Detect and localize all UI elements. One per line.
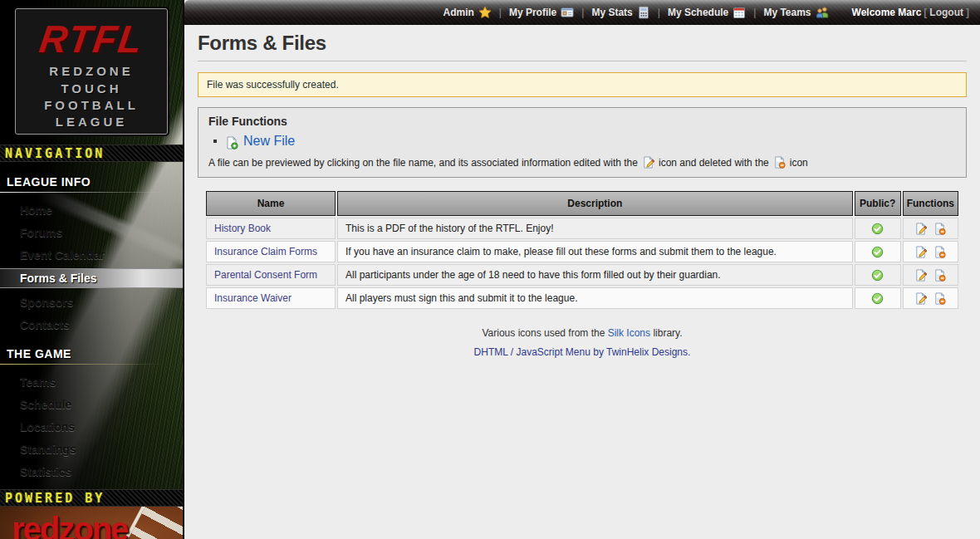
- topbar-separator: |: [499, 7, 502, 18]
- file-functions-panel: File Functions New File A file can be pr…: [198, 107, 967, 178]
- topbar-item-admin[interactable]: Admin: [443, 6, 491, 19]
- column-header-description: Description: [337, 191, 853, 216]
- topbar: Admin | My Profile | My Stats | My Sched…: [184, 0, 980, 25]
- vcard-icon: [561, 6, 574, 19]
- main-area: Admin | My Profile | My Stats | My Sched…: [184, 0, 980, 539]
- redzone-leagues-logo[interactable]: redzone ★ LEAGUES ★: [0, 507, 183, 539]
- silk-icons-link[interactable]: Silk Icons: [608, 327, 650, 339]
- topbar-separator: |: [658, 7, 660, 18]
- sidebar-item-locations[interactable]: Locations: [0, 418, 183, 436]
- file-name-link[interactable]: Parental Consent Form: [214, 269, 317, 281]
- file-name-link[interactable]: Insurance Claim Forms: [214, 246, 317, 257]
- table-header-row: Name Description Public? Functions: [206, 191, 958, 216]
- logo-acronym: RTFL: [13, 22, 169, 56]
- page-add-icon: [225, 135, 238, 148]
- file-description: If you have an insurance claim to make, …: [337, 241, 853, 262]
- calendar-icon: [733, 6, 746, 19]
- content: Forms & Files File was successfully crea…: [184, 25, 980, 362]
- column-header-name: Name: [206, 191, 336, 216]
- table-row: Insurance Waiver All players must sign t…: [206, 287, 958, 309]
- logout-bracket: [: [924, 7, 927, 18]
- file-description: This is a PDF of the history of the RTFL…: [337, 218, 853, 239]
- app-window: RTFL REDZONE TOUCH FOOTBALL LEAGUE NAVIG…: [0, 0, 980, 539]
- flash-message: File was successfully created.: [198, 72, 967, 97]
- nav-group-league-info: LEAGUE INFO: [0, 172, 183, 193]
- sidebar-item-contacts[interactable]: Contacts: [0, 316, 183, 334]
- column-header-public: Public?: [855, 191, 901, 216]
- page-edit-icon[interactable]: [914, 223, 927, 235]
- new-file-link[interactable]: New File: [243, 134, 295, 149]
- page-delete-icon[interactable]: [933, 223, 946, 235]
- navigation-banner: NAVIGATION: [0, 145, 183, 162]
- table-row: Parental Consent Form All participants u…: [206, 264, 958, 286]
- twinhelix-link[interactable]: DHTML / JavaScript Menu by TwinHelix Des…: [474, 346, 691, 358]
- page-edit-icon[interactable]: [914, 292, 927, 305]
- page-edit-icon: [642, 156, 654, 169]
- file-name-link[interactable]: History Book: [214, 223, 271, 234]
- topbar-item-my-teams[interactable]: My Teams: [763, 6, 828, 19]
- topbar-separator: |: [581, 7, 584, 18]
- sidebar-item-sponsors[interactable]: Sponsors: [0, 293, 183, 311]
- page-delete-icon[interactable]: [933, 292, 946, 305]
- topbar-separator: |: [753, 7, 756, 18]
- redzone-logo-text: redzone: [0, 507, 183, 539]
- page-delete-icon[interactable]: [933, 269, 946, 282]
- file-description: All participants under the age of 18 nee…: [337, 264, 853, 286]
- public-check-icon: [871, 246, 884, 258]
- league-logo: RTFL REDZONE TOUCH FOOTBALL LEAGUE: [15, 8, 168, 135]
- list-bullet: [213, 140, 217, 143]
- calculator-icon: [637, 6, 650, 19]
- page-delete-icon[interactable]: [933, 246, 946, 258]
- sidebar-item-home[interactable]: Home: [0, 201, 183, 219]
- sidebar-item-forums[interactable]: Forums: [0, 223, 183, 242]
- sidebar-item-statistics[interactable]: Statistics: [0, 463, 183, 481]
- topbar-item-my-schedule[interactable]: My Schedule: [668, 6, 746, 19]
- public-check-icon: [871, 292, 884, 305]
- page-edit-icon[interactable]: [914, 246, 927, 258]
- column-header-functions: Functions: [903, 191, 958, 216]
- sidebar-item-event-calendar[interactable]: Event Calendar: [0, 246, 183, 264]
- footer-credits: Various icons used from the Silk Icons l…: [198, 324, 967, 362]
- page-delete-icon: [773, 156, 786, 169]
- sidebar-item-teams[interactable]: Teams: [0, 373, 183, 391]
- file-functions-help: A file can be previewed by clicking on t…: [208, 156, 956, 169]
- file-name-link[interactable]: Insurance Waiver: [214, 292, 292, 304]
- sidebar-item-schedule[interactable]: Schedule: [0, 395, 183, 414]
- welcome-text: Welcome Marc: [852, 7, 922, 18]
- sidebar-item-forms-files[interactable]: Forms & Files: [0, 268, 183, 288]
- public-check-icon: [871, 269, 884, 282]
- files-table: Name Description Public? Functions Histo…: [204, 189, 960, 311]
- logout-link[interactable]: Logout: [929, 7, 963, 18]
- nav-list-league-info: Home Forums Event Calendar Forms & Files…: [0, 201, 183, 334]
- table-row: History Book This is a PDF of the histor…: [206, 218, 958, 239]
- page-title: Forms & Files: [198, 32, 967, 61]
- sidebar-item-standings[interactable]: Standings: [0, 440, 183, 458]
- star-icon: [478, 6, 492, 19]
- logout-bracket: ]: [966, 7, 969, 18]
- topbar-item-my-profile[interactable]: My Profile: [509, 6, 574, 19]
- group-icon: [816, 6, 829, 19]
- logo-line: REDZONE: [16, 63, 167, 80]
- sidebar: RTFL REDZONE TOUCH FOOTBALL LEAGUE NAVIG…: [0, 0, 184, 539]
- logo-line: FOOTBALL: [16, 97, 167, 114]
- file-description: All players must sign this and submit it…: [337, 287, 853, 309]
- nav-list-the-game: Teams Schedule Locations Standings Stati…: [0, 373, 183, 481]
- logo-line: LEAGUE: [16, 114, 167, 130]
- nav-group-the-game: THE GAME: [0, 344, 183, 365]
- page-edit-icon[interactable]: [914, 269, 927, 282]
- public-check-icon: [871, 223, 884, 235]
- file-functions-title: File Functions: [208, 115, 956, 128]
- powered-by-banner: POWERED BY: [0, 489, 183, 507]
- topbar-item-my-stats[interactable]: My Stats: [591, 6, 649, 19]
- logo-line: TOUCH: [16, 81, 167, 97]
- table-row: Insurance Claim Forms If you have an ins…: [206, 241, 958, 262]
